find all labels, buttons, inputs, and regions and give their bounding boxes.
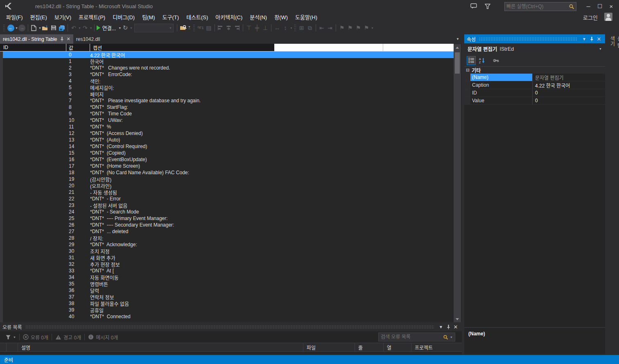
- menu-item[interactable]: 편집(E): [27, 12, 51, 22]
- chevron-down-icon[interactable]: ▼: [599, 47, 602, 50]
- property-row[interactable]: ID0: [464, 89, 605, 97]
- save-all-button[interactable]: [58, 23, 66, 32]
- table-row[interactable]: 22*DNT* - Error: [3, 195, 454, 202]
- table-row[interactable]: 14*DNT* (Control Required): [3, 143, 454, 150]
- category-row-other[interactable]: ⊟ 기타: [464, 66, 605, 74]
- toolbar-grip[interactable]: [193, 24, 195, 31]
- refresh-button[interactable]: ↻: [121, 23, 129, 32]
- new-file-dropdown[interactable]: ▼: [38, 27, 41, 29]
- document-list-dropdown[interactable]: ▼: [456, 37, 459, 41]
- align-lefts-button[interactable]: [217, 23, 225, 32]
- title-drag-texture[interactable]: [25, 325, 434, 329]
- alphabetical-sort-button[interactable]: AZ: [477, 56, 486, 65]
- property-name-cell[interactable]: (Name): [470, 74, 533, 81]
- error-col-severity[interactable]: [0, 343, 7, 351]
- close-icon[interactable]: ✕: [595, 36, 603, 42]
- menu-item[interactable]: 분석(N): [246, 12, 271, 22]
- redo-button[interactable]: ↷: [81, 23, 89, 32]
- user-avatar[interactable]: [604, 13, 612, 21]
- scroll-down-arrow[interactable]: [454, 316, 461, 322]
- table-row[interactable]: 32추가 현장 정보: [3, 261, 454, 267]
- align-rights-button[interactable]: [233, 23, 241, 32]
- minimize-button[interactable]: ─: [583, 2, 594, 10]
- table-row[interactable]: 23- 설정된 서버 없음: [3, 202, 454, 209]
- bookmark-overflow-dropdown[interactable]: ▼: [371, 27, 374, 29]
- undo-dropdown[interactable]: ▼: [78, 27, 81, 29]
- feedback-icon[interactable]: [469, 2, 478, 10]
- property-value-cell[interactable]: 4.22 한국 한국어: [533, 81, 605, 89]
- table-row[interactable]: 5메세지길이:: [3, 84, 454, 91]
- table-row[interactable]: 4색인:: [3, 78, 454, 84]
- search-icon[interactable]: [569, 4, 574, 9]
- filter-dropdown[interactable]: ▼: [13, 336, 16, 339]
- column-header-id[interactable]: ID: [0, 44, 66, 51]
- increase-indent-button[interactable]: ⇥: [326, 23, 334, 32]
- error-col-column[interactable]: 열: [384, 343, 411, 351]
- menu-item[interactable]: 파일(F): [2, 12, 27, 22]
- menu-item[interactable]: 팀(M): [138, 12, 158, 22]
- error-col-description[interactable]: 설명: [18, 343, 303, 351]
- same-size-button[interactable]: ⧉: [306, 23, 314, 32]
- table-row[interactable]: 04.22 한국 한국어: [3, 52, 454, 58]
- table-row[interactable]: 20(오프라인): [3, 182, 454, 189]
- error-col-file[interactable]: 파일: [303, 343, 355, 351]
- property-value-cell[interactable]: 문자열 편집기: [533, 74, 605, 81]
- clear-bookmarks-button[interactable]: ⚑: [362, 23, 370, 32]
- refresh-dropdown[interactable]: ▼: [130, 27, 133, 29]
- toggle-bookmark-button[interactable]: ⚑: [338, 23, 346, 32]
- table-row[interactable]: 29*DNT* Acknowledge:: [3, 241, 454, 248]
- menu-item[interactable]: 창(W): [271, 12, 291, 22]
- table-row[interactable]: 24*DNT* - Search Mode: [3, 209, 454, 215]
- table-row[interactable]: 35명령버튼: [3, 281, 454, 287]
- property-row[interactable]: Value0: [464, 97, 605, 105]
- editor-vertical-scrollbar[interactable]: [454, 44, 461, 322]
- property-value-cell[interactable]: 0: [533, 97, 605, 104]
- messages-filter-button[interactable]: 메시지 0개: [85, 334, 121, 341]
- table-row[interactable]: 31새 화면 추가: [3, 254, 454, 261]
- table-row[interactable]: 33*DNT* At [: [3, 267, 454, 274]
- login-button[interactable]: 로그인: [583, 13, 598, 21]
- error-col-line[interactable]: 줄: [355, 343, 384, 351]
- start-attach-button[interactable]: 연결...: [96, 23, 118, 32]
- title-drag-texture[interactable]: [479, 37, 577, 41]
- redo-dropdown[interactable]: ▼: [90, 27, 93, 29]
- decrease-indent-button[interactable]: ⇤: [318, 23, 326, 32]
- table-row[interactable]: 8*DNT* StartFlag:: [3, 104, 454, 110]
- menu-item[interactable]: 테스트(S): [183, 12, 212, 22]
- layout-overflow-dropdown[interactable]: ▼: [290, 27, 293, 29]
- column-header-value[interactable]: 값: [66, 44, 90, 51]
- align-middles-button[interactable]: ╪: [253, 23, 261, 32]
- warnings-filter-button[interactable]: 경고 0개: [52, 334, 84, 341]
- property-pages-button[interactable]: [491, 56, 500, 65]
- table-row[interactable]: 36달력: [3, 287, 454, 294]
- property-name-cell[interactable]: Value: [470, 97, 533, 104]
- align-bottoms-button[interactable]: ⊥: [261, 23, 269, 32]
- table-row[interactable]: 19(감시안함): [3, 176, 454, 182]
- table-row[interactable]: 10*DNT* UWav:: [3, 117, 454, 124]
- table-row[interactable]: 7*DNT* Please investigate database and t…: [3, 97, 454, 104]
- toolbar-grip[interactable]: [3, 24, 5, 31]
- table-row[interactable]: 25*DNT* ---- Primary Event Manager:: [3, 215, 454, 222]
- close-tab-icon[interactable]: ✕: [67, 36, 70, 42]
- navigate-back-button[interactable]: ←: [7, 23, 15, 32]
- make-horizontal-spacing-equal-button[interactable]: ↔: [273, 23, 281, 32]
- menu-item[interactable]: 도움말(H): [291, 12, 321, 22]
- close-button[interactable]: ×: [606, 2, 617, 10]
- new-file-button[interactable]: [30, 23, 38, 32]
- categorized-view-button[interactable]: [467, 56, 476, 65]
- table-row[interactable]: 6페이지: [3, 91, 454, 97]
- tab-string-table[interactable]: res1042.dll - String Table ✕: [0, 34, 73, 44]
- table-row[interactable]: 34자동 화면이동: [3, 274, 454, 281]
- open-file-button[interactable]: [41, 23, 50, 32]
- menu-item[interactable]: 아키텍처(C): [212, 12, 246, 22]
- error-col-code[interactable]: [7, 343, 18, 351]
- property-pages-icon[interactable]: ▤: [205, 23, 213, 32]
- table-row[interactable]: 2*DNT* Changes were not recorded.: [3, 65, 454, 71]
- align-tops-button[interactable]: ⊤: [245, 23, 253, 32]
- filter-button[interactable]: ▼: [2, 335, 19, 339]
- close-icon[interactable]: ✕: [452, 324, 459, 330]
- window-position-dropdown[interactable]: ▼: [437, 324, 445, 330]
- property-name-cell[interactable]: Caption: [470, 81, 533, 89]
- navigate-forward-button[interactable]: →: [18, 23, 26, 32]
- search-scope-dropdown[interactable]: ▼: [450, 336, 453, 339]
